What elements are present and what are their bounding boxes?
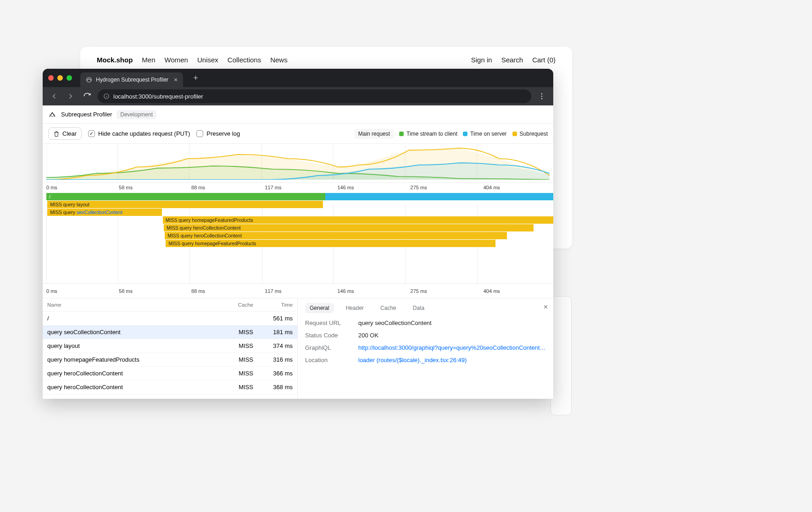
detail-tabs: GeneralHeaderCacheData (305, 303, 546, 313)
checkbox-icon (196, 130, 203, 137)
browser-menu-icon[interactable] (536, 90, 548, 102)
table-row[interactable]: query seoCollectionContentMISS181 ms (43, 325, 297, 339)
hide-put-label: Hide cache updates request (PUT) (98, 130, 190, 137)
axis-tick: 58 ms (119, 288, 133, 294)
backdrop-nav-item[interactable]: Unisex (197, 56, 218, 64)
waterfall-bar[interactable]: / (46, 193, 325, 200)
new-tab-button[interactable]: + (189, 73, 203, 83)
profiler-header: Subrequest Profiler Development (43, 105, 553, 124)
tab-favicon-icon (86, 77, 92, 83)
axis-tick: 275 ms (411, 185, 427, 190)
label-status: Status Code (305, 332, 354, 339)
legend-stream: Time stream to client (399, 131, 457, 137)
browser-toolbar: localhost:3000/subrequest-profiler (43, 87, 553, 105)
detail-tab-header[interactable]: Header (341, 303, 368, 313)
label-graphiql: GraphiQL (305, 344, 354, 351)
table-header: Name Cache Time (43, 298, 297, 312)
address-bar[interactable]: localhost:3000/subrequest-profiler (98, 89, 531, 103)
waterfall-bar[interactable]: MISS query homepageFeaturedProducts (166, 240, 495, 247)
table-row[interactable]: /561 ms (43, 312, 297, 325)
detail-tab-cache[interactable]: Cache (376, 303, 401, 313)
cell-time: 374 ms (253, 342, 293, 349)
waterfall-bar[interactable]: MISS query heroCollectionContent (164, 224, 534, 231)
waterfall: /MISS query layoutMISS query seoCollecti… (43, 193, 553, 284)
backdrop-action[interactable]: Search (501, 56, 523, 64)
table-row[interactable]: query heroCollectionContentMISS368 ms (43, 380, 297, 394)
table-row[interactable]: query homepageFeaturedProductsMISS316 ms (43, 353, 297, 367)
reload-button[interactable] (81, 90, 93, 102)
cell-cache: MISS (221, 329, 253, 336)
site-info-icon[interactable] (103, 93, 110, 99)
minimize-window-icon[interactable] (57, 75, 63, 81)
backdrop-action[interactable]: Cart (0) (532, 56, 556, 64)
forward-button[interactable] (65, 90, 77, 102)
table-row[interactable]: query layoutMISS374 ms (43, 339, 297, 353)
col-time: Time (253, 302, 293, 308)
legend-main-request: Main request (355, 129, 394, 139)
legend-subrequest: Subrequest (512, 131, 548, 137)
back-button[interactable] (48, 90, 60, 102)
backdrop-action[interactable]: Sign in (471, 56, 492, 64)
browser-titlebar: Hydrogen Subrequest Profiler × + (43, 69, 553, 87)
cell-cache: MISS (221, 342, 253, 349)
axis-tick: 0 ms (46, 185, 57, 190)
waterfall-bar[interactable] (325, 193, 553, 200)
waterfall-bar[interactable]: MISS query seoCollectionContent (47, 209, 161, 216)
cell-name: query layout (47, 342, 221, 349)
waterfall-bar[interactable]: MISS query layout (47, 201, 323, 208)
table-row[interactable]: query homepageFeaturedCollectionsMISS380… (43, 394, 297, 399)
detail-pane: × GeneralHeaderCacheData Request URL que… (298, 298, 553, 399)
detail-tab-data[interactable]: Data (408, 303, 429, 313)
clear-button[interactable]: Clear (48, 127, 82, 140)
cell-time: 366 ms (253, 370, 293, 377)
axis-tick: 117 ms (265, 185, 281, 190)
cell-name: query heroCollectionContent (47, 384, 221, 391)
backdrop-nav-item[interactable]: Men (142, 56, 155, 64)
axis-tick: 404 ms (484, 288, 500, 294)
tab-title: Hydrogen Subrequest Profiler (96, 77, 168, 83)
cell-time: 561 ms (253, 315, 293, 322)
col-name: Name (47, 302, 221, 308)
close-window-icon[interactable] (48, 75, 54, 81)
waterfall-bar[interactable]: MISS query homepageFeaturedProducts (163, 216, 553, 224)
zoom-window-icon[interactable] (67, 75, 72, 81)
axis-tick: 58 ms (119, 185, 133, 190)
cell-cache: MISS (221, 384, 253, 391)
backdrop-nav-item[interactable]: Women (165, 56, 188, 64)
request-table: Name Cache Time /561 msquery seoCollecti… (43, 298, 298, 399)
close-icon[interactable]: × (544, 303, 548, 311)
preserve-log-checkbox[interactable]: Preserve log (196, 130, 240, 137)
browser-tab[interactable]: Hydrogen Subrequest Profiler × (80, 72, 183, 87)
table-row[interactable]: query heroCollectionContentMISS366 ms (43, 367, 297, 380)
cell-time: 380 ms (253, 397, 293, 399)
address-url: localhost:3000/subrequest-profiler (113, 93, 203, 100)
axis-bottom: 0 ms58 ms88 ms117 ms146 ms275 ms404 ms (43, 286, 553, 298)
backdrop-nav-item[interactable]: Collections (228, 56, 261, 64)
checkbox-icon (88, 130, 95, 137)
profiler-title: Subrequest Profiler (61, 111, 112, 118)
link-graphiql[interactable]: http://localhost:3000/graphiql?query=que… (358, 344, 546, 351)
legend-server: Time on server (463, 131, 507, 137)
axis-top: 0 ms58 ms88 ms117 ms146 ms275 ms404 ms (43, 183, 553, 193)
cell-name: / (47, 315, 221, 322)
axis-tick: 275 ms (411, 288, 427, 294)
link-location[interactable]: loader (routes/($locale)._index.tsx:26:4… (358, 357, 546, 363)
cell-cache (221, 315, 253, 322)
axis-tick: 0 ms (46, 288, 57, 294)
svg-point-6 (541, 98, 542, 99)
axis-tick: 117 ms (265, 288, 281, 294)
cell-cache: MISS (221, 356, 253, 363)
cell-name: query homepageFeaturedCollections (47, 397, 221, 399)
close-tab-icon[interactable]: × (174, 76, 178, 83)
cell-time: 181 ms (253, 329, 293, 336)
detail-tab-general[interactable]: General (305, 303, 334, 313)
sidebar-placeholder (551, 296, 572, 415)
svg-point-5 (541, 96, 542, 97)
cell-cache: MISS (221, 370, 253, 377)
backdrop-nav-item[interactable]: News (270, 56, 288, 64)
backdrop-logo[interactable]: Mock.shop (97, 56, 133, 64)
hide-put-checkbox[interactable]: Hide cache updates request (PUT) (88, 130, 190, 137)
clear-label: Clear (62, 130, 77, 137)
waterfall-bar[interactable]: MISS query heroCollectionContent (165, 232, 507, 239)
col-cache: Cache (221, 302, 253, 308)
